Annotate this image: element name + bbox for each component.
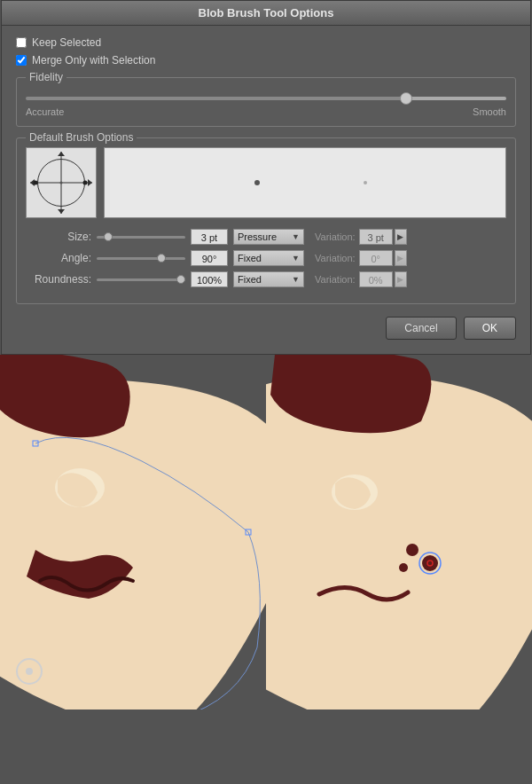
svg-point-4 <box>406 544 419 556</box>
arrow-right-icon <box>88 179 92 186</box>
fidelity-labels: Accurate Smooth <box>26 106 506 117</box>
angle-variation-label: Variation: <box>315 253 356 263</box>
ok-button[interactable]: OK <box>464 317 516 340</box>
dot-left <box>34 181 38 185</box>
size-dropdown[interactable]: Pressure ▼ <box>233 229 304 245</box>
dot-right <box>83 181 88 185</box>
angle-dropdown-arrow-icon: ▼ <box>292 254 300 263</box>
arrow-top-icon <box>58 152 65 156</box>
size-value: 3 pt <box>191 229 228 245</box>
angle-value: 90° <box>191 250 228 266</box>
artwork-left-svg <box>0 355 266 710</box>
keep-selected-label[interactable]: Keep Selected <box>32 36 101 49</box>
roundness-dropdown[interactable]: Fixed ▼ <box>233 271 304 287</box>
merge-only-label[interactable]: Merge Only with Selection <box>32 54 155 67</box>
angle-variation-expand-btn[interactable]: ▶ <box>395 250 407 266</box>
angle-slider[interactable] <box>97 257 185 260</box>
size-variation-expand-btn[interactable]: ▶ <box>395 229 407 245</box>
roundness-slider[interactable] <box>97 278 185 281</box>
blob-brush-dialog: Blob Brush Tool Options Keep Selected Me… <box>1 0 531 355</box>
cancel-button[interactable]: Cancel <box>386 317 456 340</box>
size-variation-value: 3 pt <box>359 229 393 245</box>
dialog-titlebar: Blob Brush Tool Options <box>2 1 530 26</box>
fidelity-group-label: Fidelity <box>26 71 66 83</box>
dot-center <box>60 182 63 184</box>
smooth-label: Smooth <box>473 106 506 117</box>
fidelity-slider[interactable] <box>26 97 506 100</box>
preview-dot-small <box>364 181 367 184</box>
preview-row <box>26 147 506 218</box>
roundness-value: 100% <box>191 271 228 287</box>
accurate-label: Accurate <box>26 106 64 117</box>
roundness-dropdown-arrow-icon: ▼ <box>292 275 300 284</box>
angle-label: Angle: <box>26 252 97 264</box>
angle-dropdown[interactable]: Fixed ▼ <box>233 250 304 266</box>
fidelity-slider-row <box>26 90 506 103</box>
roundness-variation-value: 0% <box>359 271 393 287</box>
roundness-variation-expand-btn[interactable]: ▶ <box>395 271 407 287</box>
dialog-title: Blob Brush Tool Options <box>199 6 334 20</box>
size-slider[interactable] <box>97 236 185 239</box>
brush-options-group: Default Brush Options <box>16 137 516 304</box>
roundness-variation-label: Variation: <box>315 274 356 285</box>
blob-brush-cursor-icon <box>16 658 43 685</box>
size-row: Size: 3 pt Pressure ▼ Variation: 3 pt ▶ <box>26 229 506 245</box>
angle-row: Angle: 90° Fixed ▼ Variation: 0° ▶ <box>26 250 506 266</box>
dialog-buttons: Cancel OK <box>16 317 516 340</box>
merge-only-checkbox[interactable] <box>16 55 27 66</box>
fidelity-group: Fidelity Accurate Smooth <box>16 77 516 127</box>
preview-dot-main <box>254 180 260 185</box>
svg-point-6 <box>399 563 408 572</box>
size-variation-label: Variation: <box>315 231 356 242</box>
keep-selected-row: Keep Selected <box>16 36 516 49</box>
size-dropdown-arrow-icon: ▼ <box>292 232 300 241</box>
svg-point-5 <box>422 555 438 571</box>
preview-box-left <box>26 147 97 218</box>
roundness-label: Roundness: <box>26 273 97 286</box>
preview-box-right <box>104 147 506 218</box>
artwork-right-panel <box>266 355 532 710</box>
angle-dropdown-label: Fixed <box>238 253 262 263</box>
artwork-left-panel <box>0 355 266 710</box>
dialog-body: Keep Selected Merge Only with Selection … <box>2 26 530 354</box>
roundness-dropdown-label: Fixed <box>238 274 262 285</box>
artwork-right-svg <box>266 355 532 710</box>
keep-selected-checkbox[interactable] <box>16 37 27 48</box>
angle-variation-value: 0° <box>359 250 393 266</box>
brush-options-label: Default Brush Options <box>26 131 137 144</box>
roundness-row: Roundness: 100% Fixed ▼ Variation: 0% ▶ <box>26 271 506 287</box>
arrow-bottom-icon <box>58 209 65 214</box>
merge-only-row: Merge Only with Selection <box>16 54 516 67</box>
size-label: Size: <box>26 231 97 243</box>
size-dropdown-label: Pressure <box>238 231 277 242</box>
artwork-area <box>0 355 532 710</box>
